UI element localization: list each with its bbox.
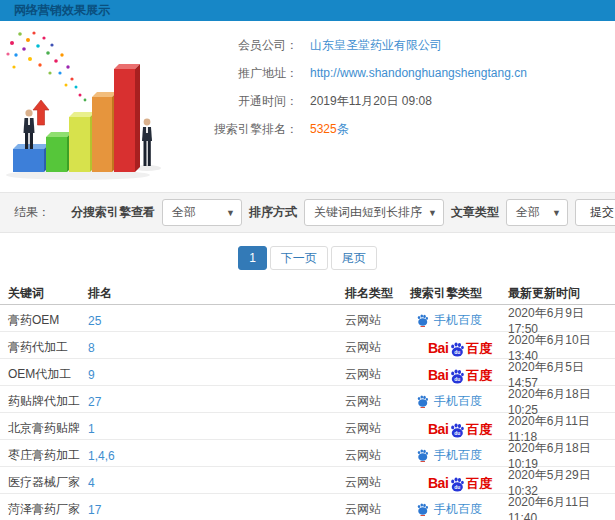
baidu-logo-cn-text: 百度 [466,423,492,436]
info-row-open-time: 开通时间： 2019年11月20日 09:08 [178,87,527,115]
sort-label: 排序方式 [249,204,297,221]
mobile-baidu-text: 手机百度 [434,312,482,329]
mobile-baidu-text: 手机百度 [434,393,482,410]
keyword-cell: 枣庄膏药加工 [8,447,88,464]
svg-text:du: du [455,377,461,382]
updated-cell: 2020年6月11日 11:40 [508,494,615,520]
info-row-rank-count: 搜索引擎排名： 5325条 [178,115,527,143]
rank-link[interactable]: 8 [88,341,345,355]
keyword-cell: 菏泽膏药厂家 [8,501,88,518]
rank-link[interactable]: 1,4,6 [88,449,345,463]
article-type-value: 全部 [516,204,540,221]
rank-link[interactable]: 9 [88,368,345,382]
caret-down-icon: ▼ [552,208,561,218]
rank-link[interactable]: 4 [88,476,345,490]
rank-count-suffix: 条 [337,122,349,136]
rank-link[interactable]: 27 [88,395,345,409]
rank-type-cell: 云网站 [345,474,410,491]
rank-count-label: 搜索引擎排名： [178,121,298,138]
header-rank: 排名 [88,285,345,302]
table-row: 药贴牌代加工 27 云网站 手机百度 2020年6月18日 10:25 [0,386,615,413]
title-bar: 网络营销效果展示 [0,0,615,21]
next-page-button[interactable]: 下一页 [270,246,328,270]
mobile-baidu-label: 手机百度 [416,393,482,410]
keyword-cell: OEM代加工 [8,366,88,383]
company-link[interactable]: 山东皇圣堂药业有限公司 [310,37,442,54]
businessman-right [142,119,152,166]
svg-text:du: du [455,485,461,490]
rank-link[interactable]: 25 [88,314,345,328]
engine-cell: 手机百度 [410,501,508,518]
baidu-logo-text: Bai [428,476,448,490]
header-rank-type: 排名类型 [345,285,410,302]
caret-down-icon: ▼ [226,208,235,218]
baidu-logo-cn-text: 百度 [466,342,492,355]
rank-link[interactable]: 17 [88,503,345,517]
baidu-logo-cn-text: 百度 [466,369,492,382]
sort-select[interactable]: 关键词由短到长排序 ▼ [304,199,444,226]
baidu-paw-icon: du [449,369,465,384]
company-label: 会员公司： [178,37,298,54]
baidu-logo: Bai du 百度 [428,421,492,436]
baidu-logo-text: Bai [428,422,448,436]
header-keyword: 关键词 [8,285,88,302]
mobile-baidu-paw-icon [416,395,429,408]
baidu-logo-text: Bai [428,341,448,355]
rank-type-cell: 云网站 [345,312,410,329]
engine-cell: Bai du 百度 [410,421,508,436]
keyword-cell: 药贴牌代加工 [8,393,88,410]
keyword-cell: 膏药代加工 [8,339,88,356]
open-time-value: 2019年11月20日 09:08 [310,93,432,110]
article-type-select[interactable]: 全部 ▼ [506,199,568,226]
submit-button[interactable]: 提交 [575,199,615,226]
baidu-logo: Bai du 百度 [428,475,492,490]
svg-text:du: du [455,350,461,355]
rank-type-cell: 云网站 [345,501,410,518]
page-button-1[interactable]: 1 [238,246,267,270]
rank-type-cell: 云网站 [345,447,410,464]
baidu-paw-icon: du [449,342,465,357]
keyword-cell: 北京膏药贴牌 [8,420,88,437]
rank-count-number: 5325 [310,122,337,136]
table-row: 膏药OEM 25 云网站 手机百度 2020年6月9日 17:50 [0,305,615,332]
caret-down-icon: ▼ [428,208,437,218]
article-type-label: 文章类型 [451,204,499,221]
table-row: 北京膏药贴牌 1 云网站 Bai du 百度 2020年6月11日 11:18 [0,413,615,440]
bar-orange [92,92,117,172]
keyword-cell: 医疗器械厂家 [8,474,88,491]
marketing-report-page: 网络营销效果展示 [0,0,615,520]
sort-value: 关键词由短到长排序 [314,204,422,221]
mobile-baidu-text: 手机百度 [434,501,482,518]
mobile-baidu-paw-icon [416,449,429,462]
table-row: 菏泽膏药厂家 17 云网站 手机百度 2020年6月11日 11:40 [0,494,615,520]
bar-red [114,64,140,172]
table-row: 膏药代加工 8 云网站 Bai du 百度 2020年6月10日 13:40 [0,332,615,359]
pagination: 1 下一页 尾页 [0,233,615,283]
up-arrow-icon [33,100,49,125]
header-engine-type: 搜索引擎类型 [410,285,508,302]
result-label: 结果： [14,204,50,221]
filter-controls: 分搜索引擎查看 全部 ▼ 排序方式 关键词由短到长排序 ▼ 文章类型 全部 ▼ … [71,199,615,226]
info-row-url: 推广地址： http://www.shandonghuangshengtang.… [178,59,527,87]
mobile-baidu-text: 手机百度 [434,447,482,464]
rank-type-cell: 云网站 [345,393,410,410]
mobile-baidu-label: 手机百度 [416,501,482,518]
promo-url-link[interactable]: http://www.shandonghuangshengtang.cn [310,66,527,80]
engine-filter-label: 分搜索引擎查看 [71,204,155,221]
baidu-logo-cn-text: 百度 [466,477,492,490]
engine-cell: Bai du 百度 [410,475,508,490]
mobile-baidu-paw-icon [416,503,429,516]
table-row: OEM代加工 9 云网站 Bai du 百度 2020年6月5日 14:57 [0,359,615,386]
keyword-cell: 膏药OEM [8,312,88,329]
rank-type-cell: 云网站 [345,366,410,383]
rank-count-value: 5325条 [310,121,349,138]
engine-cell: 手机百度 [410,447,508,464]
filter-bar: 结果： 分搜索引擎查看 全部 ▼ 排序方式 关键词由短到长排序 ▼ 文章类型 全… [0,192,615,233]
engine-filter-select[interactable]: 全部 ▼ [162,199,242,226]
last-page-button[interactable]: 尾页 [331,246,377,270]
baidu-paw-icon: du [449,477,465,492]
engine-cell: Bai du 百度 [410,367,508,382]
rank-link[interactable]: 1 [88,422,345,436]
table-header-row: 关键词 排名 排名类型 搜索引擎类型 最新更新时间 [0,283,615,305]
promo-url-label: 推广地址： [178,65,298,82]
